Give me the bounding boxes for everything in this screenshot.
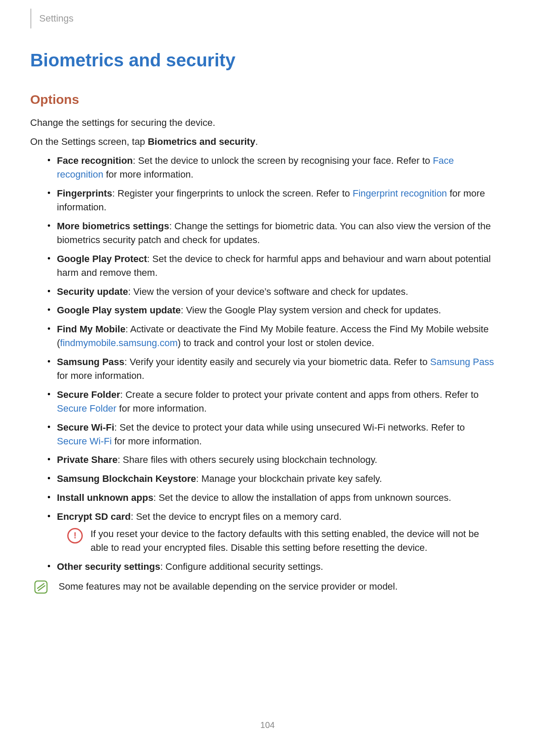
item-label: Samsung Pass bbox=[57, 356, 125, 367]
item-label: Secure Folder bbox=[57, 389, 120, 400]
page-number: 104 bbox=[0, 720, 535, 730]
warning-glyph: ! bbox=[74, 529, 77, 542]
list-item: Face recognition: Set the device to unlo… bbox=[47, 154, 496, 181]
list-item: Private Share: Share files with others s… bbox=[47, 453, 496, 467]
item-label: Google Play system update bbox=[57, 305, 181, 316]
item-label: Private Share bbox=[57, 454, 118, 465]
list-item: Secure Folder: Create a secure folder to… bbox=[47, 388, 496, 415]
item-text: : Register your fingerprints to unlock t… bbox=[112, 188, 353, 199]
list-item: Install unknown apps: Set the device to … bbox=[47, 491, 496, 505]
item-text: : Set the device to unlock the screen by… bbox=[133, 155, 433, 166]
item-link[interactable]: Fingerprint recognition bbox=[353, 188, 447, 199]
breadcrumb-container: Settings bbox=[30, 9, 496, 28]
list-item: Security update: View the version of you… bbox=[47, 285, 496, 299]
item-label: Install unknown apps bbox=[57, 492, 153, 503]
item-text: : Verify your identity easily and secure… bbox=[125, 356, 430, 367]
page: Settings Biometrics and security Options… bbox=[0, 0, 535, 756]
list-item: Samsung Pass: Verify your identity easil… bbox=[47, 355, 496, 383]
item-text: : Create a secure folder to protect your… bbox=[120, 389, 479, 400]
item-text: : View the Google Play system version an… bbox=[181, 305, 441, 316]
item-label: Google Play Protect bbox=[57, 253, 147, 264]
intro-text-1: Change the settings for securing the dev… bbox=[30, 116, 496, 129]
item-label: Security update bbox=[57, 286, 128, 297]
item-text: : Set the device to allow the installati… bbox=[153, 492, 451, 503]
intro-text-2: On the Settings screen, tap Biometrics a… bbox=[30, 135, 496, 148]
options-list: Face recognition: Set the device to unlo… bbox=[30, 154, 496, 573]
section-title: Options bbox=[30, 92, 496, 107]
item-label: Secure Wi-Fi bbox=[57, 422, 114, 433]
intro-text-2a: On the Settings screen, tap bbox=[30, 136, 148, 147]
item-text: : Set the device to encrypt files on a m… bbox=[131, 511, 341, 522]
warning-text: If you reset your device to the factory … bbox=[91, 527, 496, 555]
item-link[interactable]: Secure Wi-Fi bbox=[57, 436, 112, 447]
list-item: Other security settings: Configure addit… bbox=[47, 560, 496, 574]
item-label: More biometrics settings bbox=[57, 221, 169, 231]
list-item: Secure Wi-Fi: Set the device to protect … bbox=[47, 421, 496, 448]
note-text: Some features may not be available depen… bbox=[59, 580, 496, 594]
list-item: Find My Mobile: Activate or deactivate t… bbox=[47, 322, 496, 350]
item-link[interactable]: Secure Folder bbox=[57, 403, 116, 414]
item-link[interactable]: Samsung Pass bbox=[430, 356, 494, 367]
warning-icon: ! bbox=[67, 528, 83, 544]
item-text: for more information. bbox=[112, 436, 202, 447]
list-item: Fingerprints: Register your fingerprints… bbox=[47, 187, 496, 214]
item-text: for more information. bbox=[116, 403, 206, 414]
item-text: ) to track and control your lost or stol… bbox=[178, 337, 374, 348]
item-text: : Share files with others securely using… bbox=[118, 454, 377, 465]
list-item: Google Play system update: View the Goog… bbox=[47, 303, 496, 317]
intro-text-2b: Biometrics and security bbox=[148, 136, 255, 147]
item-label: Fingerprints bbox=[57, 188, 112, 199]
breadcrumb: Settings bbox=[39, 13, 74, 24]
item-label: Other security settings bbox=[57, 561, 160, 572]
page-title: Biometrics and security bbox=[30, 50, 496, 71]
list-item: Encrypt SD card: Set the device to encry… bbox=[47, 510, 496, 555]
item-label: Find My Mobile bbox=[57, 324, 125, 334]
warning-callout: !If you reset your device to the factory… bbox=[67, 527, 496, 555]
list-item: More biometrics settings: Change the set… bbox=[47, 219, 496, 247]
item-label: Face recognition bbox=[57, 155, 133, 166]
svg-rect-0 bbox=[35, 581, 47, 593]
item-text: : View the version of your device’s soft… bbox=[128, 286, 408, 297]
intro-text-2c: . bbox=[255, 136, 258, 147]
item-text: for more information. bbox=[103, 169, 194, 180]
list-item: Google Play Protect: Set the device to c… bbox=[47, 252, 496, 280]
note-callout: Some features may not be available depen… bbox=[34, 580, 496, 594]
item-link[interactable]: findmymobile.samsung.com bbox=[60, 337, 178, 348]
list-item: Samsung Blockchain Keystore: Manage your… bbox=[47, 472, 496, 486]
note-icon bbox=[34, 580, 48, 594]
item-text: : Configure additional security settings… bbox=[160, 561, 323, 572]
item-label: Samsung Blockchain Keystore bbox=[57, 473, 196, 484]
item-label: Encrypt SD card bbox=[57, 511, 131, 522]
item-text: for more information. bbox=[57, 370, 144, 381]
item-text: : Set the device to protect your data wh… bbox=[114, 422, 465, 433]
item-text: : Manage your blockchain private key saf… bbox=[196, 473, 382, 484]
